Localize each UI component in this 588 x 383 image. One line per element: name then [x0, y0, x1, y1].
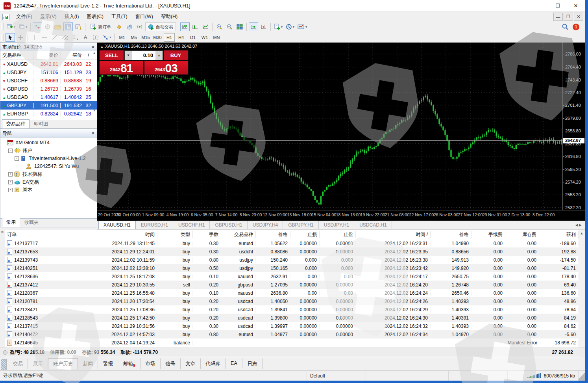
menu-显示(V)[interactable]: 显示(V) [36, 12, 61, 21]
market-watch-scrollbar[interactable]: ▲▼ [92, 51, 97, 112]
chart-tab-USDCAD,H1[interactable]: USDCAD,H1 [354, 221, 392, 229]
trendline-tool[interactable] [50, 33, 59, 42]
minimize-button[interactable]: — [531, 0, 549, 11]
mdi-close-button[interactable]: ✕ [574, 13, 583, 21]
strategy-tester-button[interactable] [74, 22, 83, 31]
volume-input[interactable]: 0.10 [132, 51, 155, 60]
navigator-item-XM Global MT4[interactable]: XM Global MT4 [2, 139, 97, 147]
chart-area[interactable]: ▲XAUUSD,H1 2646.13 2646.50 2641.63 2642.… [97, 43, 585, 221]
close-button[interactable]: ✕ [567, 0, 585, 11]
indicators-button[interactable]: ▾ [273, 22, 284, 31]
search-icon[interactable] [562, 23, 569, 30]
market-watch-row-XAUUSD[interactable]: ▼XAUUSD2642.812643.0322 [0, 60, 97, 68]
expand-box-icon[interactable]: + [8, 188, 13, 192]
history-row[interactable]: 1421374152024.11.29 10:31:56buy0.30usdca… [5, 322, 579, 330]
menu-帮助(H)[interactable]: 帮助(H) [157, 12, 181, 21]
sell-button[interactable]: SELL [100, 50, 124, 60]
column-header-8[interactable]: 时间 / [356, 231, 431, 238]
history-row[interactable]: 1421283672024.11.25 16:55:48buy0.10xauus… [5, 289, 579, 297]
line-chart-type-button[interactable] [201, 22, 210, 31]
zoom-out-button[interactable] [225, 22, 234, 31]
timeframe-M1[interactable]: M1 [116, 33, 128, 42]
chart-tab-USDJPY,H4[interactable]: USDJPY,H4 [248, 221, 283, 229]
timeframe-M30[interactable]: M30 [152, 33, 163, 42]
navigator-item-脚本[interactable]: +脚本 [2, 186, 97, 194]
tile-windows-button[interactable] [235, 22, 244, 31]
history-row[interactable]: 1421397432024.12.02 10:11:59buy0.80usdjp… [5, 256, 579, 264]
cursor-tool[interactable] [6, 33, 15, 42]
market-watch-tab-交易品种[interactable]: 交易品种 [2, 119, 30, 128]
column-header-5[interactable]: 价格 [256, 231, 290, 238]
volume-increase-button[interactable]: ▲ [155, 51, 163, 60]
terminal-tab-账户历史[interactable]: 账户历史 [48, 358, 78, 369]
history-row[interactable]: 1421402512024.12.02 13:38:10buy0.50usdjp… [5, 264, 579, 272]
navigator-close-icon[interactable]: ✕ [91, 131, 95, 136]
column-header-4[interactable]: 交易品种 [221, 231, 256, 238]
history-row[interactable]: ↓1421466452024.12.04 14:19:24balanceMani… [5, 338, 579, 347]
metaeditor-button[interactable] [115, 22, 124, 31]
sell-price-display[interactable]: 264281 [100, 61, 143, 74]
chart-tab-GBPJPY,H1[interactable]: GBPJPY,H1 [283, 221, 318, 229]
column-header-2[interactable]: 类型 [157, 231, 193, 238]
chart-tab-EURUSD,H1[interactable]: EURUSD,H1 [136, 221, 173, 229]
text-label-tool[interactable]: T [91, 33, 100, 42]
terminal-scrollbar[interactable]: ▲▼ [579, 230, 585, 357]
terminal-tab-信号[interactable]: 信号 [161, 358, 181, 369]
chart-shift-button[interactable] [259, 22, 268, 31]
terminal-tab-代码库[interactable]: 代码库 [201, 358, 226, 369]
news-button[interactable] [135, 22, 144, 31]
market-watch-row-GBPJPY[interactable]: ▲GBPJPY191.500191.53232 [0, 101, 97, 110]
menu-工具(T)[interactable]: 工具(T) [107, 12, 131, 21]
mdi-restore-button[interactable]: ❐ [564, 13, 573, 21]
auto-scroll-button[interactable] [249, 22, 258, 31]
chart-tab-GBPUSD,H1[interactable]: GBPUSD,H1 [210, 221, 247, 229]
buy-button[interactable]: BUY [164, 50, 188, 60]
crosshair-tool[interactable] [16, 33, 25, 42]
notification-badge[interactable]: 1 [573, 24, 579, 30]
collapse-triangle-icon[interactable]: ▲ [100, 45, 104, 48]
expand-box-icon[interactable]: + [8, 180, 13, 184]
menu-文件(F)[interactable]: 文件(F) [12, 12, 36, 21]
timeframe-M15[interactable]: M15 [140, 33, 151, 42]
timeframe-MN[interactable]: MN [211, 33, 222, 42]
market-watch-row-USDCAD[interactable]: ▲USDCAD1.406171.4064225 [0, 93, 97, 101]
terminal-tab-日志[interactable]: 日志 [242, 358, 263, 369]
column-header-7[interactable]: 止盈 [320, 231, 356, 238]
terminal-close-icon[interactable]: ✕ [1, 230, 4, 234]
history-row[interactable]: 1421284212024.11.25 17:08:36buy0.20usdca… [5, 305, 579, 314]
column-header-9[interactable]: 价格 [431, 231, 472, 238]
history-row[interactable]: 1421285432024.11.25 17:42:50buy0.20usdca… [5, 314, 579, 322]
collapse-box-icon[interactable]: - [15, 156, 19, 161]
terminal-tab-交易[interactable]: 交易 [8, 358, 28, 369]
navigator-toggle[interactable] [53, 22, 63, 31]
profiles-button[interactable]: ▾ [17, 22, 28, 31]
periods-button[interactable]: ▾ [285, 22, 296, 31]
candlestick-type-button[interactable] [190, 22, 200, 31]
new-chart-button[interactable]: ▾ [6, 22, 17, 31]
maximize-button[interactable]: ☐ [549, 0, 567, 11]
new-order-button[interactable]: 新订单 [87, 22, 114, 31]
history-row[interactable]: 1421374122024.11.29 10:30:55sell0.20gbpu… [5, 281, 579, 289]
buy-price-display[interactable]: 264303 [144, 61, 188, 74]
volume-decrease-button[interactable]: ▼ [125, 51, 132, 60]
menu-窗口(W)[interactable]: 窗口(W) [131, 12, 157, 21]
chart-tab-scroll-arrows[interactable]: ◀ ▶ [575, 223, 582, 227]
column-header-3[interactable]: 手数 [193, 231, 221, 238]
navigator-item-账户[interactable]: -账户 [2, 147, 97, 154]
market-watch-row-GBPUSD[interactable]: ▼GBPUSD1.267231.2673916 [0, 85, 97, 93]
terminal-tab-市场[interactable]: 市场 [141, 358, 161, 369]
history-row[interactable]: 1421377172024.11.29 13:11:45buy0.30eurus… [5, 239, 579, 247]
market-watch-row-USDJPY[interactable]: ▲USDJPY151.106151.12923 [0, 68, 97, 76]
bar-chart-type-button[interactable] [180, 22, 190, 31]
timeframe-H4[interactable]: H4 [176, 33, 187, 42]
navigator-item-TriveInternational-Live-1.2[interactable]: -TriveInternational-Live-1.2 [2, 154, 97, 162]
terminal-tab-邮箱[interactable]: 邮箱9 [118, 358, 141, 370]
status-profile[interactable]: Default [307, 371, 366, 381]
terminal-toggle[interactable] [63, 22, 73, 31]
fibonacci-tool[interactable]: F [70, 33, 80, 42]
market-watch-row-USDCHF[interactable]: ▼USDCHF0.886690.8868819 [0, 76, 97, 85]
history-row[interactable]: 1421207812024.11.20 17:30:54buy0.20usdca… [5, 297, 579, 305]
column-header-1[interactable]: 时间 [103, 231, 157, 238]
market-watch-close-icon[interactable]: ✕ [91, 45, 95, 50]
text-tool[interactable]: A [81, 33, 90, 42]
